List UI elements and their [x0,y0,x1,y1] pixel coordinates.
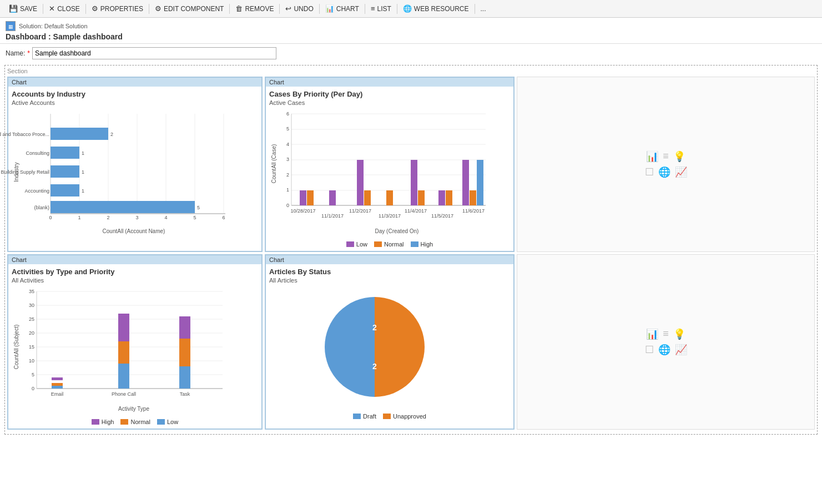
svg-text:5: 5 [286,126,289,132]
svg-text:6: 6 [222,215,225,220]
chart-header-top-middle: Chart [266,78,513,87]
chart-activities: Chart Activities by Type and Priority Al… [7,254,263,430]
chart-cases-by-priority: Chart Cases By Priority (Per Day) Active… [265,77,515,252]
name-field-row: Name: * [0,44,822,63]
legend-draft: Draft [353,413,376,420]
separator [149,4,149,14]
required-indicator: * [27,49,30,57]
bulb-icon-2[interactable]: 💡 [673,328,685,340]
cases-chart-svg: CountAll (Case) Day (Created On) 0 1 [269,108,497,236]
svg-text:1: 1 [82,169,84,175]
legend-normal-act: Normal [120,419,150,425]
undo-button[interactable]: ↩ UNDO [281,3,317,14]
trash-icon: 🗑 [235,4,243,13]
chart-title-activities: Activities by Type and Priority [12,268,258,276]
separator [319,4,320,14]
chart-articles: Chart Articles By Status All Articles 2 … [265,254,515,430]
svg-text:Activity Type: Activity Type [118,406,149,412]
chart-title-cases: Cases By Priority (Per Day) [269,90,510,98]
save-icon: 💾 [9,4,18,13]
svg-rect-52 [357,160,364,205]
separator [365,4,365,14]
undo-icon: ↩ [285,4,291,13]
svg-text:0: 0 [286,203,289,208]
legend-normal: Normal [374,241,404,248]
legend-color-normal [374,241,382,247]
chart-subtitle-accounts: Active Accounts [12,99,258,106]
empty-icons-bottom: 📊 ≡ 💡 ☐ 🌐 📈 [645,328,687,356]
svg-rect-90 [52,386,63,389]
svg-text:1: 1 [82,188,84,194]
svg-text:11/1/2017: 11/1/2017 [321,213,344,219]
svg-text:CountAll (Subject): CountAll (Subject) [13,325,19,370]
list-button[interactable]: ≡ LIST [366,3,396,14]
svg-text:2: 2 [107,215,109,220]
legend-high: High [411,241,433,248]
svg-text:35: 35 [29,289,34,294]
svg-rect-51 [329,190,336,205]
legend-low-act: Low [157,419,178,425]
svg-text:20: 20 [29,330,34,336]
toolbar: 💾 SAVE ✕ CLOSE ⚙ PROPERTIES ⚙ EDIT COMPO… [0,0,822,18]
chart-body-bottom-left: Activities by Type and Priority All Acti… [8,264,261,429]
bar-chart-icon-2[interactable]: 📊 [646,328,658,340]
save-button[interactable]: 💾 SAVE [4,3,42,14]
svg-text:4: 4 [164,215,167,220]
svg-text:1: 1 [286,187,289,193]
articles-chart-svg: 2 2 [269,286,480,408]
line-chart-icon-2[interactable]: 📈 [675,344,687,356]
bottom-row: Chart Activities by Type and Priority Al… [7,254,815,430]
svg-text:0: 0 [32,386,34,391]
svg-rect-97 [179,339,190,366]
activities-legend: High Normal Low [12,419,258,425]
top-row: Chart Accounts by Industry Active Accoun… [7,77,815,252]
globe-icon[interactable]: 🌐 [658,166,670,178]
bulb-icon[interactable]: 💡 [673,150,685,163]
remove-button[interactable]: 🗑 REMOVE [231,3,278,14]
svg-text:5: 5 [197,205,200,210]
globe-icon-2[interactable]: 🌐 [658,344,670,356]
svg-text:Accounting: Accounting [24,188,49,194]
svg-rect-27 [51,184,79,196]
svg-text:6: 6 [286,111,289,117]
list-icon[interactable]: ≡ [663,150,669,163]
chart-body-top-left: Accounts by Industry Active Accounts Ind… [8,87,261,241]
activities-chart-svg: CountAll (Subject) Activity Type 0 [12,286,234,414]
chart-title-accounts: Accounts by Industry [12,90,258,98]
legend-color-normal-act [120,419,128,425]
legend-high-act: High [92,419,114,425]
svg-text:15: 15 [29,344,34,350]
table-icon[interactable]: ☐ [645,166,654,178]
edit-component-button[interactable]: ⚙ EDIT COMPONENT [150,3,228,14]
page-header: ▦ Solution: Default Solution Dashboard :… [0,18,822,44]
svg-rect-49 [300,190,306,205]
svg-rect-88 [52,377,63,380]
svg-rect-60 [470,190,476,205]
list-icon-2[interactable]: ≡ [663,328,669,340]
svg-rect-21 [51,147,79,159]
chart-header-top-left: Chart [8,78,261,87]
svg-text:30: 30 [29,303,34,308]
chart-subtitle-cases: Active Cases [269,99,510,106]
table-icon-2[interactable]: ☐ [645,344,654,356]
name-input[interactable] [32,47,276,59]
line-chart-icon[interactable]: 📈 [675,166,687,178]
web-resource-button[interactable]: 🌐 WEB RESOURCE [399,3,473,14]
close-button[interactable]: ✕ CLOSE [44,3,84,14]
properties-button[interactable]: ⚙ PROPERTIES [87,3,148,14]
svg-text:4: 4 [286,142,289,147]
empty-icons-top: 📊 ≡ 💡 ☐ 🌐 📈 [645,150,687,178]
legend-color-low [346,241,354,247]
section-label: Section [7,68,815,74]
cases-legend: Low Normal High [269,241,510,248]
svg-rect-59 [462,160,469,205]
more-button[interactable]: ... [476,3,491,14]
bar-chart-icon[interactable]: 📊 [646,150,658,163]
chart-button[interactable]: 📊 CHART [321,3,364,14]
separator [43,4,43,14]
svg-text:2: 2 [372,323,377,332]
svg-text:Phone Call: Phone Call [112,391,136,397]
svg-text:5: 5 [193,215,196,220]
page-title: Dashboard : Sample dashboard [6,32,816,41]
svg-rect-24 [51,165,79,178]
